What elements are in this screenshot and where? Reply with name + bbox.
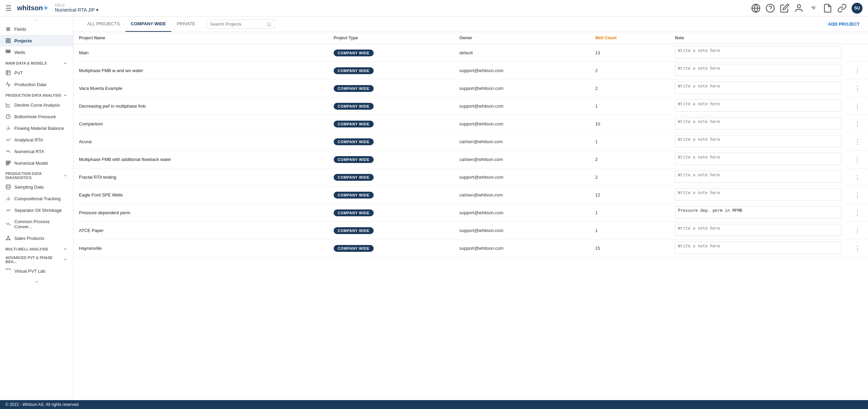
project-name-text[interactable]: Decreasing pwf in multiphase fmb	[79, 104, 146, 109]
cell-actions: ⋮	[847, 62, 868, 80]
note-input[interactable]	[675, 242, 841, 254]
note-input[interactable]	[675, 46, 841, 58]
note-input[interactable]	[675, 117, 841, 129]
svg-rect-21	[8, 52, 9, 53]
cell-project-name: Multiphase FMB w and wo water	[74, 62, 328, 80]
project-name-text[interactable]: Multiphase FMB w and wo water	[79, 68, 143, 73]
svg-rect-34	[9, 163, 10, 164]
user-icon[interactable]	[794, 3, 804, 13]
sidebar-section-pda[interactable]: Production Data Analysis	[0, 90, 73, 99]
sidebar-item-flowing-material[interactable]: Flowing Material Balance	[0, 122, 73, 134]
sidebar-section-multiwell-label: Multi-well Analysis	[5, 247, 48, 251]
temperature-icon[interactable]: °F	[809, 3, 818, 13]
sidebar-item-numerical-model[interactable]: Numerical Model	[0, 157, 73, 169]
row-menu-button[interactable]: ⋮	[852, 84, 863, 93]
link-icon[interactable]	[837, 3, 847, 13]
project-name-text[interactable]: Acuna	[79, 139, 92, 144]
row-menu-button[interactable]: ⋮	[852, 66, 863, 76]
project-name-text[interactable]: Comparison	[79, 121, 103, 126]
project-name-text[interactable]: Eagle Ford SPE Wells	[79, 192, 123, 197]
avatar[interactable]: SU	[852, 3, 863, 14]
row-menu-button[interactable]: ⋮	[852, 208, 863, 218]
note-input[interactable]	[675, 224, 841, 236]
tab-all-projects[interactable]: ALL PROJECTS	[82, 16, 125, 32]
note-input[interactable]	[675, 206, 841, 218]
globe-icon[interactable]	[751, 3, 761, 13]
tabs-bar: ALL PROJECTS COMPANY WIDE PRIVATE ADD PR…	[74, 16, 868, 32]
row-menu-button[interactable]: ⋮	[852, 119, 863, 129]
edit-icon[interactable]	[780, 3, 789, 13]
project-name-text[interactable]: Multiphase FMB with additional flowback …	[79, 157, 171, 162]
table-row: ATCE PaperCOMPANY WIDEsupport@whitson.co…	[74, 222, 868, 240]
sidebar-item-numerical-rta[interactable]: Numerical RTA	[0, 146, 73, 157]
sidebar-label-wells: Wells	[14, 50, 25, 55]
cell-project-type: COMPANY WIDE	[328, 133, 454, 151]
project-type-badge: COMPANY WIDE	[334, 85, 374, 92]
svg-point-5	[6, 27, 8, 29]
add-project-button[interactable]: ADD PROJECT	[828, 22, 860, 27]
cell-project-name: Acuna	[74, 133, 328, 151]
project-name-text[interactable]: Vaca Muerta Example	[79, 86, 122, 91]
sidebar-item-pvt[interactable]: PVT	[0, 67, 73, 79]
row-menu-button[interactable]: ⋮	[852, 244, 863, 253]
search-input[interactable]	[210, 22, 265, 27]
project-name-text[interactable]: Main	[79, 50, 89, 55]
sidebar-item-common-process[interactable]: Common Process Conver...	[0, 216, 73, 232]
note-input[interactable]	[675, 188, 841, 201]
project-name-text[interactable]: Haynesville	[79, 246, 102, 251]
sidebar-item-analytical-rta[interactable]: Analytical RTA	[0, 134, 73, 146]
row-menu-button[interactable]: ⋮	[852, 190, 863, 200]
note-input[interactable]	[675, 153, 841, 165]
sidebar-item-separator[interactable]: Separator Oil Shrinkage	[0, 204, 73, 216]
sidebar-item-sales-products[interactable]: Sales Products	[0, 232, 73, 244]
help-icon[interactable]	[765, 3, 775, 13]
field-dropdown-icon: ▾	[96, 7, 98, 13]
sidebar-section-main-data[interactable]: Main Data & Models	[0, 58, 73, 67]
sidebar-item-production-data[interactable]: Production Data	[0, 79, 73, 90]
project-name-text[interactable]: Pressure dependent perm	[79, 210, 130, 215]
sidebar-item-virtual-pvt[interactable]: Virtual PVT Lab	[0, 265, 73, 277]
note-input[interactable]	[675, 171, 841, 183]
project-type-badge: COMPANY WIDE	[334, 138, 374, 145]
sidebar-item-wells[interactable]: Wells	[0, 46, 73, 58]
row-menu-button[interactable]: ⋮	[852, 155, 863, 164]
sidebar: Fields Projects Wells Main Data & Models…	[0, 16, 74, 400]
sidebar-section-pdd[interactable]: Production Data Diagnostics	[0, 169, 73, 181]
svg-point-47	[267, 22, 270, 25]
sidebar-section-advanced-pvt[interactable]: Advanced PVT & Phase Beh...	[0, 253, 73, 265]
sidebar-scroll-up[interactable]	[0, 16, 73, 23]
cell-note	[669, 80, 847, 97]
project-name-text[interactable]: ATCE Paper	[79, 228, 104, 233]
tab-company-wide[interactable]: COMPANY WIDE	[125, 16, 172, 32]
sidebar-section-multiwell[interactable]: Multi-well Analysis	[0, 244, 73, 253]
note-input[interactable]	[675, 82, 841, 94]
sidebar-item-projects[interactable]: Projects	[0, 35, 73, 46]
sidebar-item-sampling[interactable]: Sampling Data	[0, 181, 73, 193]
project-type-badge: COMPANY WIDE	[334, 192, 374, 199]
sidebar-item-bottomhole[interactable]: Bottomhole Pressure	[0, 111, 73, 122]
sidebar-label-common-process: Common Process Conver...	[14, 219, 68, 229]
note-input[interactable]	[675, 99, 841, 112]
sidebar-item-fields[interactable]: Fields	[0, 23, 73, 35]
row-menu-button[interactable]: ⋮	[852, 173, 863, 182]
field-label: Field	[55, 3, 98, 7]
cell-owner: support@whitson.com	[454, 80, 590, 97]
hamburger-icon[interactable]: ☰	[5, 4, 12, 12]
field-select[interactable]: Numerical RTA JIP ▾	[55, 7, 98, 13]
svg-rect-20	[6, 52, 7, 53]
sidebar-section-virtual-pvt-expand[interactable]	[0, 277, 73, 286]
sidebar-item-decline-curve[interactable]: Decline Curve Analysis	[0, 99, 73, 111]
row-menu-button[interactable]: ⋮	[852, 101, 863, 111]
note-input[interactable]	[675, 135, 841, 147]
sidebar-item-compositional[interactable]: Compositional Tracking	[0, 193, 73, 204]
cell-project-name: Decreasing pwf in multiphase fmb	[74, 97, 328, 115]
row-menu-button[interactable]: ⋮	[852, 226, 863, 235]
tab-private[interactable]: PRIVATE	[171, 16, 201, 32]
owner-text: support@whitson.com	[459, 68, 504, 73]
document-icon[interactable]	[823, 3, 832, 13]
project-name-text[interactable]: Fractal RTA testing	[79, 175, 116, 180]
owner-text: carlsen@whitson.com	[459, 157, 503, 162]
row-menu-button[interactable]: ⋮	[852, 137, 863, 147]
note-input[interactable]	[675, 64, 841, 76]
cell-well-count: 15	[590, 240, 669, 257]
